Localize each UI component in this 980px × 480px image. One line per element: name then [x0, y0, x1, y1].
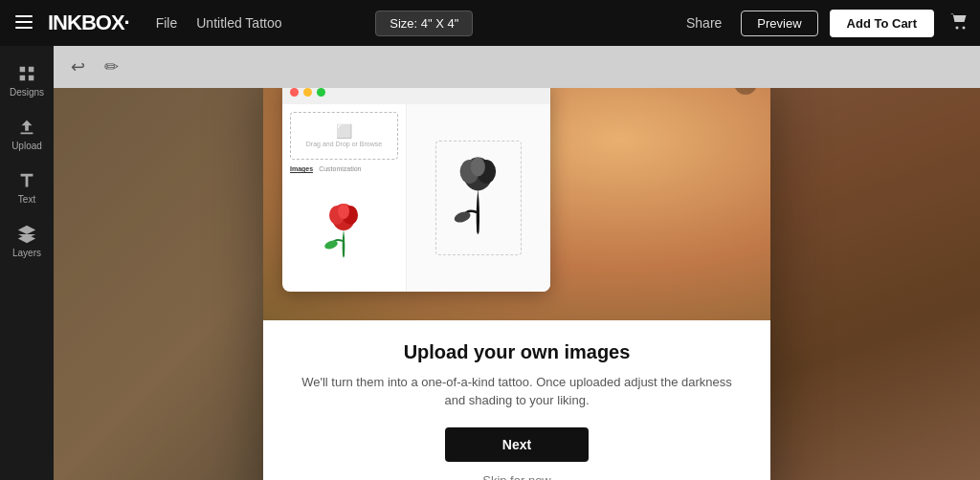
modal-heading: Upload your own images [290, 341, 744, 363]
modal-card-header [282, 88, 550, 104]
designs-icon [16, 63, 37, 84]
modal-card-right [407, 104, 550, 292]
svg-point-13 [471, 157, 485, 176]
modal-card-left: ⬜ Drag and Drop or Browse Images Customi… [282, 104, 407, 292]
tab-customization[interactable]: Customization [319, 165, 361, 173]
logo-text: INKBOX [48, 11, 124, 34]
sidebar-item-layers[interactable]: Layers [0, 214, 54, 268]
sidebar-item-upload[interactable]: Upload [0, 107, 54, 161]
modal-preview-box [435, 141, 522, 255]
modal-description: We'll turn them into a one-of-a-kind tat… [290, 373, 744, 410]
upload-modal: ⬜ Drag and Drop or Browse Images Customi… [263, 88, 770, 480]
canvas-body: ⬜ Drag and Drop or Browse Images Customi… [54, 88, 980, 480]
sidebar-upload-label: Upload [11, 141, 42, 151]
sidebar-text-label: Text [18, 194, 35, 205]
upload-prompt-text: Drag and Drop or Browse [306, 141, 382, 147]
app-logo: INKBOX· [48, 11, 129, 35]
share-button[interactable]: Share [679, 11, 729, 34]
modal-text-section: Upload your own images We'll turn them i… [263, 320, 770, 481]
canvas-toolbar: ↩ ✏ [54, 46, 980, 88]
svg-point-8 [338, 204, 349, 219]
traffic-green[interactable] [317, 88, 325, 97]
main-layout: Designs Upload Text Layers ↩ ✏ [0, 46, 980, 480]
modal-overlay: ⬜ Drag and Drop or Browse Images Customi… [54, 88, 980, 480]
edit-icon[interactable]: ✏ [100, 53, 122, 81]
preview-button[interactable]: Preview [741, 11, 817, 36]
modal-card-body: ⬜ Drag and Drop or Browse Images Customi… [282, 104, 550, 292]
menu-icon[interactable] [11, 10, 36, 37]
traffic-red[interactable] [290, 88, 299, 97]
rose-bw-svg [445, 150, 512, 246]
layers-icon [16, 224, 37, 245]
text-icon [16, 170, 37, 191]
skip-link[interactable]: Skip for now [290, 473, 744, 481]
modal-drop-area[interactable]: ⬜ Drag and Drop or Browse [290, 112, 398, 160]
modal-card-tabs: Images Customization [290, 165, 398, 173]
file-menu[interactable]: File [148, 11, 186, 34]
svg-rect-2 [15, 27, 33, 29]
sidebar-layers-label: Layers [12, 248, 41, 258]
sidebar-item-text[interactable]: Text [0, 161, 54, 214]
topbar: INKBOX· File Size: 4" X 4" Share Preview… [0, 0, 980, 46]
add-to-cart-button[interactable]: Add To Cart [830, 10, 934, 37]
upload-icon [16, 117, 37, 138]
svg-point-4 [963, 26, 966, 29]
size-button[interactable]: Size: 4" X 4" [375, 11, 473, 36]
traffic-yellow[interactable] [303, 88, 312, 97]
canvas-area: ↩ ✏ [54, 46, 980, 480]
undo-icon[interactable]: ↩ [67, 53, 89, 81]
svg-point-3 [956, 26, 959, 29]
cart-icon[interactable] [949, 12, 969, 34]
tab-images[interactable]: Images [290, 165, 313, 173]
title-input[interactable] [196, 15, 364, 31]
sidebar-designs-label: Designs [10, 87, 44, 98]
rose-colored-svg [318, 198, 370, 265]
modal-upload-card: ⬜ Drag and Drop or Browse Images Customi… [282, 88, 550, 292]
sidebar: Designs Upload Text Layers [0, 46, 54, 480]
modal-rose-colored [290, 179, 398, 284]
svg-rect-1 [15, 21, 33, 23]
svg-rect-0 [15, 15, 33, 17]
modal-image-area: ⬜ Drag and Drop or Browse Images Customi… [263, 88, 770, 320]
upload-box-icon: ⬜ [336, 123, 352, 139]
logo-dot: · [124, 11, 129, 34]
sidebar-item-designs[interactable]: Designs [0, 54, 54, 107]
next-button[interactable]: Next [445, 427, 589, 462]
